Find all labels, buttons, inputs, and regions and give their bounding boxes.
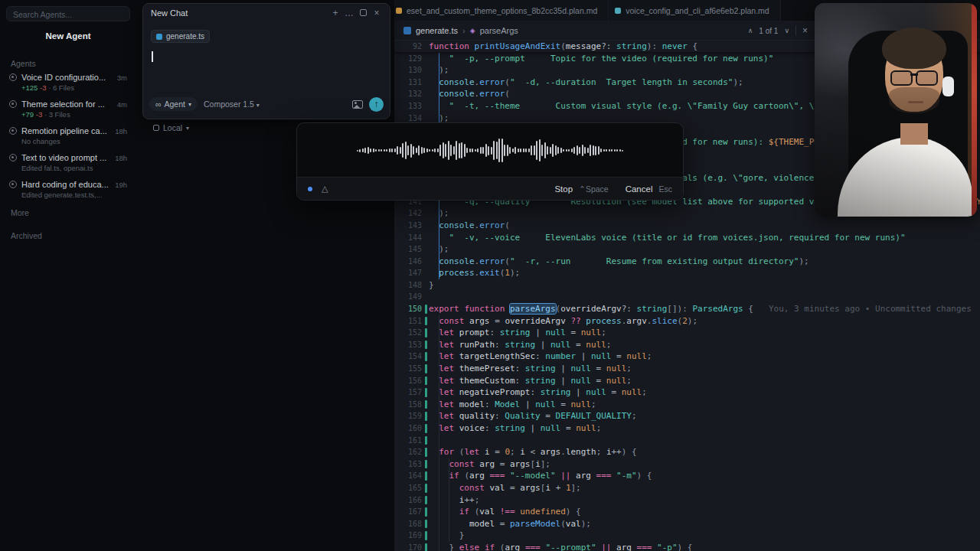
gutter-change-indicator (425, 305, 427, 314)
cancel-button[interactable]: Cancel (626, 184, 653, 194)
gutter-change-indicator (425, 507, 427, 517)
input-source-icon: △ (322, 184, 328, 194)
code-line: 164 if (arg === "--model" || arg === "-m… (394, 470, 980, 482)
code-line: 143 console.error( (394, 220, 980, 232)
new-agent-button[interactable]: New Agent (6, 28, 130, 44)
gutter-change-indicator (425, 328, 427, 337)
send-button[interactable]: ↑ (369, 97, 384, 112)
gutter-change-indicator (425, 317, 427, 326)
chat-close-icon[interactable]: × (370, 8, 384, 18)
agent-list-item[interactable]: Hard coding of educa... 19h Edited gener… (3, 178, 133, 204)
line-number[interactable]: 165 (394, 482, 422, 494)
editor-tab[interactable]: eset_and_custom_theme_options_8b2cc35d.p… (394, 0, 609, 21)
line-number[interactable]: 132 (394, 88, 422, 100)
editor-tab[interactable]: voice_config_and_cli_af6e6eb2.plan.md (609, 0, 780, 21)
line-number[interactable]: 133 (394, 100, 422, 112)
line-number[interactable]: 148 (394, 279, 422, 292)
webcam-vignette (815, 3, 977, 217)
gutter-change-indicator (425, 364, 427, 373)
archived-section-label[interactable]: Archived (11, 231, 42, 240)
line-number[interactable]: 146 (394, 256, 422, 268)
chat-title: New Chat (151, 8, 328, 18)
agent-list-item[interactable]: Voice ID configuratio... 3m +125 -3 · 6 … (3, 70, 133, 97)
line-number[interactable]: 150 (394, 303, 422, 315)
agent-mode-selector[interactable]: ∞ Agent ▾ (149, 97, 198, 111)
line-number[interactable]: 154 (394, 350, 422, 363)
find-next-icon[interactable]: ∨ (784, 27, 789, 34)
find-widget: ∧ 1 of 1 ∨ × (748, 21, 808, 41)
agent-meta: No changes (21, 137, 127, 145)
line-number[interactable]: 129 (394, 53, 422, 65)
code-line: 166 i++; (394, 494, 980, 507)
line-number[interactable]: 149 (394, 291, 422, 303)
agent-list-item[interactable]: Theme selection for ... 4m +79 -3 · 3 Fi… (3, 97, 133, 124)
line-number[interactable]: 142 (394, 207, 422, 220)
find-prev-icon[interactable]: ∧ (748, 27, 753, 34)
line-number[interactable]: 144 (394, 232, 422, 244)
agent-list-item[interactable]: Text to video prompt ... 18h Edited fal.… (3, 151, 133, 178)
chat-more-icon[interactable]: … (342, 8, 356, 18)
code-line: 149 (394, 291, 980, 303)
code-line: 157 let negativePrompt: string | null = … (394, 386, 980, 399)
line-number[interactable]: 157 (394, 386, 422, 399)
gutter-change-indicator (425, 424, 427, 433)
new-chat-plus-icon[interactable]: + (328, 8, 342, 18)
line-number[interactable]: 158 (394, 399, 422, 411)
line-number[interactable]: 160 (394, 422, 422, 435)
context-selector[interactable]: Local ▾ (153, 123, 189, 132)
line-number[interactable]: 131 (394, 77, 422, 89)
breadcrumb-file[interactable]: generate.ts (416, 26, 458, 35)
line-number[interactable]: 169 (394, 530, 422, 542)
line-number[interactable]: 153 (394, 339, 422, 351)
line-number[interactable]: 92 (394, 41, 422, 53)
line-number[interactable]: 161 (394, 435, 422, 447)
line-number[interactable]: 152 (394, 327, 422, 339)
model-selector[interactable]: Composer 1.5 ▾ (204, 99, 260, 109)
line-number[interactable]: 166 (394, 494, 422, 507)
line-number[interactable]: 168 (394, 518, 422, 530)
code-line: 146 console.error(" -r, --run Resume fro… (394, 256, 980, 268)
line-number[interactable]: 159 (394, 410, 422, 422)
attach-image-icon[interactable] (352, 100, 363, 109)
stop-shortcut: ⌃Space (579, 184, 609, 194)
attachment-chip[interactable]: generate.ts (151, 30, 210, 43)
agent-search[interactable] (6, 6, 130, 21)
line-number[interactable]: 151 (394, 315, 422, 328)
line-number[interactable]: 167 (394, 506, 422, 518)
gutter-change-indicator (425, 484, 427, 493)
find-divider (795, 25, 796, 36)
code-line: 162 for (let i = 0; i < args.length; i++… (394, 446, 980, 458)
line-number[interactable]: 143 (394, 220, 422, 232)
agent-list: Voice ID configuratio... 3m +125 -3 · 6 … (3, 70, 133, 204)
dictation-footer: △ Stop ⌃Space Cancel Esc (297, 177, 683, 200)
find-close-icon[interactable]: × (802, 25, 808, 36)
line-number[interactable]: 156 (394, 375, 422, 387)
breadcrumb-symbol[interactable]: parseArgs (480, 26, 518, 35)
agents-sidebar: New Agent Agents Voice ID configuratio..… (0, 0, 136, 551)
agent-icon (9, 127, 17, 135)
agent-timestamp: 3m (117, 73, 127, 82)
more-agents-button[interactable]: More (11, 208, 29, 217)
line-number[interactable]: 170 (394, 542, 422, 551)
gutter-change-indicator (425, 448, 427, 457)
line-number[interactable]: 155 (394, 363, 422, 375)
local-icon (153, 125, 159, 131)
code-line: 153 let runPath: string | null = null; (394, 339, 980, 351)
context-label: Local (163, 123, 182, 132)
gutter-change-indicator (425, 460, 427, 469)
agent-list-item[interactable]: Remotion pipeline ca... 18h No changes (3, 124, 133, 151)
agent-timestamp: 19h (115, 181, 127, 189)
composer-toolbar: ∞ Agent ▾ Composer 1.5 ▾ ↑ (143, 96, 390, 112)
line-number[interactable]: 164 (394, 470, 422, 482)
search-input[interactable] (7, 8, 129, 21)
stop-button[interactable]: Stop (554, 184, 573, 194)
code-line: 155 let themePreset: string | null = nul… (394, 363, 980, 375)
code-line: 152 let prompt: string | null = null; (394, 327, 980, 339)
line-number[interactable]: 147 (394, 267, 422, 279)
open-panel-icon[interactable] (356, 8, 370, 18)
line-number[interactable]: 162 (394, 446, 422, 458)
line-number[interactable]: 145 (394, 243, 422, 256)
line-number[interactable]: 163 (394, 458, 422, 471)
chat-header: New Chat + … × (143, 4, 390, 22)
line-number[interactable]: 130 (394, 64, 422, 77)
